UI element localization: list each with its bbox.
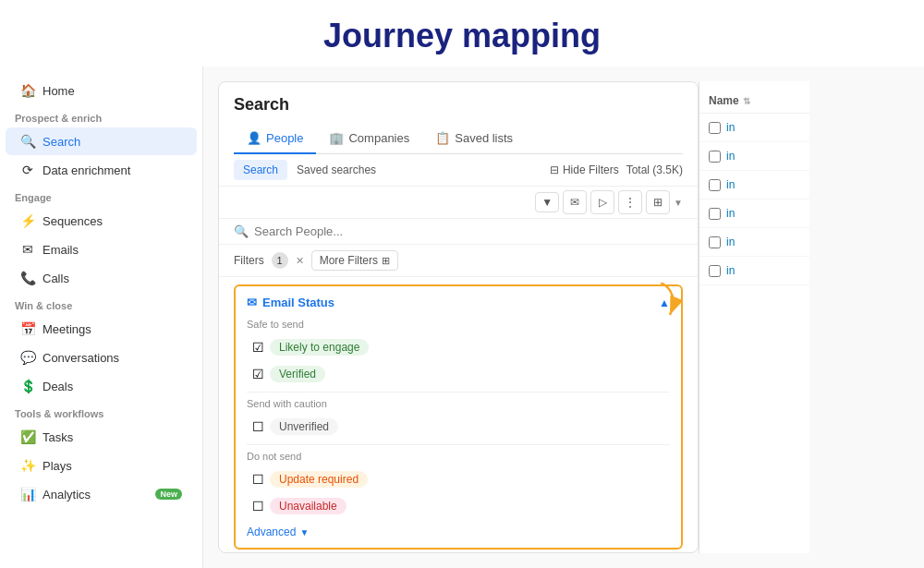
data-enrichment-icon: ⟳ <box>20 163 35 177</box>
sidebar-item-data-enrichment[interactable]: ⟳ Data enrichment <box>6 156 197 184</box>
hide-filters-label: Hide Filters <box>563 163 619 176</box>
name-row-2: in <box>699 142 809 171</box>
status-item-update-required[interactable]: ☐ Update required <box>247 467 670 491</box>
advanced-link[interactable]: Advanced ▼ <box>247 526 670 538</box>
sidebar-item-emails[interactable]: ✉ Emails <box>6 236 197 263</box>
linkedin-icon-2: in <box>726 150 735 163</box>
column-selector[interactable]: ▼ <box>535 192 559 212</box>
status-checkbox: ☐ <box>252 419 264 434</box>
search-input[interactable] <box>254 224 683 238</box>
sidebar-section-win-close: Win & close <box>0 293 202 314</box>
row-checkbox-2[interactable] <box>709 151 721 163</box>
sidebar-item-label: Deals <box>43 380 73 393</box>
row-checkbox-1[interactable] <box>709 122 721 134</box>
sidebar-item-plays[interactable]: ✨ Plays <box>6 452 197 479</box>
meetings-icon: 📅 <box>20 321 35 336</box>
row-checkbox-5[interactable] <box>709 236 721 248</box>
sidebar-item-sequences[interactable]: ⚡ Sequences <box>6 207 197 235</box>
saved-lists-tab-icon: 📋 <box>435 131 450 145</box>
name-row-1: in <box>699 114 809 142</box>
sidebar-item-search[interactable]: 🔍 Search <box>6 127 197 155</box>
status-checkbox: ☐ <box>252 499 264 514</box>
search-panel: Search 👤 People 🏢 Companies 📋 Saved l <box>218 81 699 553</box>
send-icon-button[interactable]: ▷ <box>590 190 614 214</box>
sort-icon[interactable]: ⇅ <box>743 96 750 106</box>
filter-remove-icon[interactable]: ✕ <box>296 255 304 267</box>
sidebar-item-label: Meetings <box>43 322 91 336</box>
status-item-unverified[interactable]: ☐ Unverified <box>247 415 670 439</box>
subtab-search[interactable]: Search <box>234 160 287 180</box>
status-divider-1 <box>247 392 670 393</box>
tab-companies[interactable]: 🏢 Companies <box>316 124 422 154</box>
tasks-icon: ✅ <box>20 429 35 444</box>
tab-saved-lists[interactable]: 📋 Saved lists <box>422 124 526 154</box>
filters-bar: Filters 1 ✕ More Filters ⊞ <box>219 245 698 277</box>
companies-tab-icon: 🏢 <box>329 131 344 145</box>
content-area: Search 👤 People 🏢 Companies 📋 Saved l <box>203 66 924 568</box>
email-icon-button[interactable]: ✉ <box>563 190 587 214</box>
unverified-chip[interactable]: Unverified <box>270 418 338 435</box>
sidebar-item-conversations[interactable]: 💬 Conversations <box>6 344 197 371</box>
deals-icon: 💲 <box>20 379 35 393</box>
name-row-3: in <box>699 171 809 199</box>
total-badge: Total (3.5K) <box>626 163 683 176</box>
sequences-icon: ⚡ <box>20 213 35 228</box>
status-item-unavailable[interactable]: ☐ Unavailable <box>247 494 670 518</box>
sidebar-item-tasks[interactable]: ✅ Tasks <box>6 423 197 451</box>
emails-icon: ✉ <box>20 242 35 257</box>
sidebar-item-label: Search <box>43 135 80 149</box>
tab-saved-lists-label: Saved lists <box>455 131 513 145</box>
name-column-panel: Name ⇅ in in in in <box>699 81 809 553</box>
sidebar-item-analytics[interactable]: 📊 Analytics New <box>6 480 197 508</box>
sidebar-item-label: Home <box>43 84 75 98</box>
search-header: Search 👤 People 🏢 Companies 📋 Saved l <box>219 82 698 154</box>
name-row-6: in <box>699 257 809 285</box>
row-checkbox-6[interactable] <box>709 265 721 277</box>
search-input-row: 🔍 <box>219 219 698 245</box>
safe-to-send-label: Safe to send <box>247 319 670 330</box>
grid-icon-button[interactable]: ⊞ <box>646 190 670 214</box>
likely-to-engage-chip[interactable]: Likely to engage <box>270 339 369 356</box>
advanced-label: Advanced <box>247 526 296 538</box>
sidebar-item-calls[interactable]: 📞 Calls <box>6 264 197 292</box>
verified-chip[interactable]: Verified <box>270 366 325 382</box>
status-checkbox: ☑ <box>252 340 264 355</box>
sidebar-item-label: Tasks <box>43 430 73 444</box>
people-tab-icon: 👤 <box>247 131 261 145</box>
sidebar-item-label: Emails <box>43 243 79 257</box>
hide-filters-button[interactable]: ⊟ Hide Filters <box>550 163 619 176</box>
sidebar: 🏠 Home Prospect & enrich 🔍 Search ⟳ Data… <box>0 66 203 568</box>
name-row-4: in <box>699 199 809 228</box>
email-status-collapse-icon[interactable]: ▲ <box>659 296 670 309</box>
unavailable-chip[interactable]: Unavailable <box>270 498 346 514</box>
column-selector-icon: ▼ <box>541 196 553 209</box>
sidebar-item-home[interactable]: 🏠 Home <box>6 77 197 104</box>
options-icon-button[interactable]: ⋮ <box>618 190 642 214</box>
search-icon: 🔍 <box>20 134 35 149</box>
analytics-new-badge: New <box>155 489 182 500</box>
filter-count: 1 <box>272 252 288 269</box>
sidebar-item-label: Calls <box>43 272 69 285</box>
linkedin-icon-1: in <box>726 121 735 134</box>
tab-companies-label: Companies <box>348 131 409 145</box>
status-checkbox: ☐ <box>252 472 264 487</box>
update-required-chip[interactable]: Update required <box>270 471 368 488</box>
sidebar-section-engage: Engage <box>0 185 202 206</box>
status-item-verified[interactable]: ☑ Verified <box>247 362 670 386</box>
row-checkbox-4[interactable] <box>709 208 721 220</box>
status-item-likely-to-engage[interactable]: ☑ Likely to engage <box>247 335 670 359</box>
email-status-icon: ✉ <box>247 296 257 309</box>
name-column-title: Name <box>709 94 739 107</box>
search-tabs: 👤 People 🏢 Companies 📋 Saved lists <box>234 124 683 154</box>
more-filters-button[interactable]: More Filters ⊞ <box>311 250 398 271</box>
sidebar-item-deals[interactable]: 💲 Deals <box>6 372 197 400</box>
email-status-header: ✉ Email Status ▲ <box>247 296 670 309</box>
search-subtabs: Search Saved searches <box>234 160 385 180</box>
linkedin-icon-6: in <box>726 264 735 277</box>
more-filters-icon: ⊞ <box>382 255 390 267</box>
linkedin-icon-4: in <box>726 207 735 220</box>
sidebar-item-meetings[interactable]: 📅 Meetings <box>6 315 197 343</box>
tab-people[interactable]: 👤 People <box>234 124 316 154</box>
subtab-saved-searches[interactable]: Saved searches <box>287 160 385 180</box>
row-checkbox-3[interactable] <box>709 179 721 191</box>
